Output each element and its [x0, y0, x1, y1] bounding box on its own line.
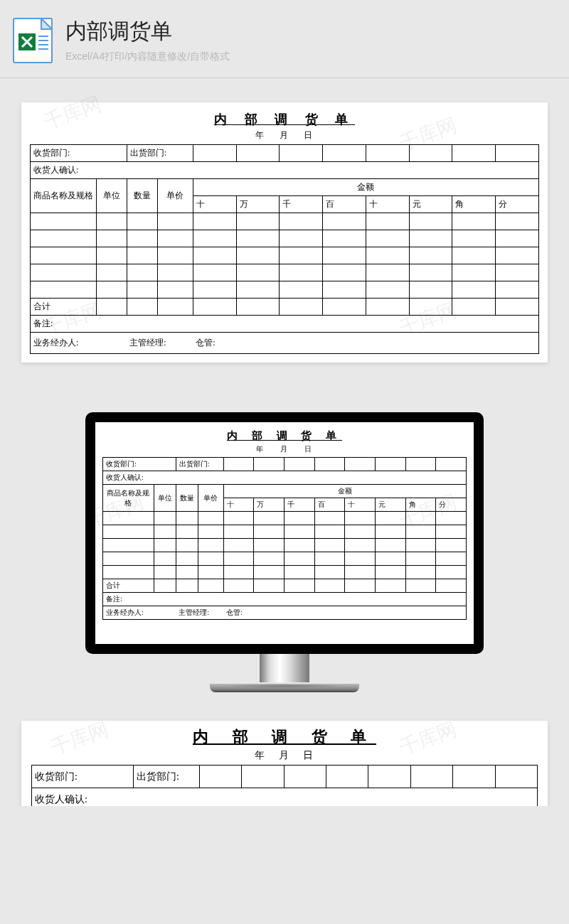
warehouse-label: 仓管:	[223, 606, 466, 620]
transfer-form-table: 收货部门: 出货部门: 收货人确认: 商品名称及规格 单位 数量 单价 金额 十…	[30, 144, 539, 354]
recv-confirm-label: 收货人确认:	[32, 788, 538, 807]
transfer-form-table-small: 收货部门: 出货部门: 收货人确认: 商品名称及规格 单位 数量 单价 金额	[102, 457, 467, 620]
table-row	[31, 247, 539, 264]
table-row	[31, 281, 539, 299]
monitor-bezel: 内 部 调 货 单 年月日 收货部门: 出货部门:	[85, 412, 484, 654]
table-row	[31, 264, 539, 281]
amt-sub-3: 百	[323, 196, 366, 213]
form-date-line: 年月日	[102, 444, 467, 457]
recv-dept-label: 收货部门:	[32, 765, 134, 788]
ship-dept-label: 出货部门:	[176, 458, 223, 471]
table-row	[103, 566, 467, 579]
table-row	[31, 213, 539, 230]
col-amount: 金额	[193, 179, 538, 196]
excel-file-icon	[13, 18, 53, 63]
form-preview-cropped: 内 部 调 货 单 年月日 收货部门: 出货部门: 收货人确认:	[21, 721, 548, 806]
recv-dept-label: 收货部门:	[31, 145, 127, 162]
amt-sub-6: 角	[452, 196, 496, 213]
form-title: 内 部 调 货 单	[30, 109, 539, 129]
ship-dept-label: 出货部门:	[127, 145, 193, 162]
template-showcase-page: 千库网 千库网 千库网 千库网 千库网 千库网 千库网 千库网 千库网 千库网 …	[0, 0, 569, 806]
manager-label: 主管经理:	[127, 333, 193, 354]
col-name: 商品名称及规格	[31, 179, 97, 213]
monitor-screen: 内 部 调 货 单 年月日 收货部门: 出货部门:	[95, 422, 474, 644]
form-preview-large: 内 部 调 货 单 年月日 收货部门: 出货部门: 收货人确认: 商品名称及规格	[21, 102, 548, 362]
col-unit: 单位	[154, 485, 176, 512]
amt-sub-0: 十	[193, 196, 236, 213]
table-row	[103, 552, 467, 566]
table-row	[103, 539, 467, 552]
col-unit: 单位	[96, 179, 127, 213]
monitor-mockup: 内 部 调 货 单 年月日 收货部门: 出货部门:	[0, 398, 569, 721]
recv-dept-label: 收货部门:	[103, 458, 176, 471]
transfer-form-table-cropped: 收货部门: 出货部门: 收货人确认:	[31, 765, 538, 806]
table-row	[103, 525, 467, 539]
remark-label: 备注:	[103, 593, 467, 606]
col-name: 商品名称及规格	[103, 485, 154, 512]
col-price: 单价	[198, 485, 223, 512]
manager-label: 主管经理:	[176, 606, 223, 620]
amt-sub-5: 元	[409, 196, 452, 213]
recv-confirm-label: 收货人确认:	[103, 471, 467, 485]
monitor-stand-base	[210, 684, 359, 692]
ship-dept-label: 出货部门:	[134, 765, 200, 788]
divider	[0, 77, 569, 78]
handler-label: 业务经办人:	[31, 333, 127, 354]
table-row	[31, 230, 539, 247]
recv-confirm-label: 收货人确认:	[31, 162, 539, 179]
total-label: 合计	[31, 299, 97, 316]
blank-cell	[193, 145, 236, 162]
col-qty: 数量	[127, 179, 157, 213]
col-price: 单价	[157, 179, 193, 213]
form-date-line: 年月日	[31, 749, 538, 765]
form-title: 内 部 调 货 单	[102, 428, 467, 444]
total-label: 合计	[103, 579, 154, 593]
col-amount: 金额	[223, 485, 466, 498]
remark-label: 备注:	[31, 316, 539, 333]
form-date-line: 年月日	[30, 129, 539, 144]
page-header: 内部调货单 Excel/A4打印/内容随意修改/自带格式	[0, 0, 569, 77]
monitor-stand-neck	[260, 654, 309, 682]
table-row	[103, 512, 467, 525]
amt-sub-2: 千	[280, 196, 323, 213]
template-subtitle: Excel/A4打印/内容随意修改/自带格式	[65, 50, 549, 63]
amt-sub-4: 十	[366, 196, 409, 213]
col-qty: 数量	[176, 485, 198, 512]
amt-sub-7: 分	[496, 196, 539, 213]
amt-sub-1: 万	[236, 196, 280, 213]
warehouse-label: 仓管:	[193, 333, 538, 354]
handler-label: 业务经办人:	[103, 606, 176, 620]
template-title: 内部调货单	[65, 17, 549, 46]
form-title: 内 部 调 货 单	[31, 722, 538, 749]
